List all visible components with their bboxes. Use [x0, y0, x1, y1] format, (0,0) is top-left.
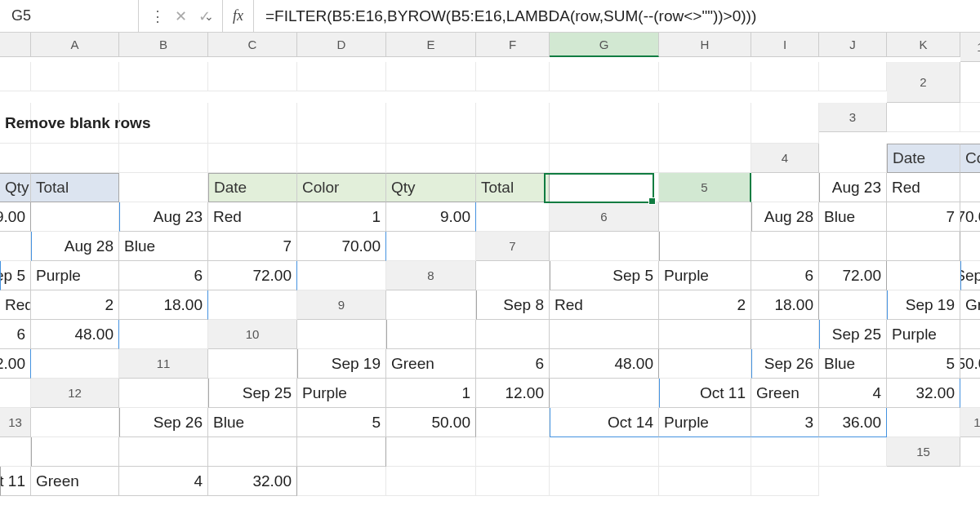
cell[interactable]	[208, 62, 297, 91]
col-H[interactable]: H	[659, 33, 751, 57]
cancel-icon[interactable]: ✕	[175, 7, 187, 25]
cell[interactable]	[31, 62, 119, 91]
cell[interactable]	[819, 290, 887, 320]
cell[interactable]	[751, 62, 819, 91]
cell[interactable]: Purple	[659, 408, 751, 437]
cell[interactable]	[476, 320, 550, 349]
fx-icon[interactable]: fx	[223, 0, 254, 32]
cell[interactable]	[0, 379, 31, 408]
cell[interactable]: 12.00	[476, 379, 550, 408]
cell[interactable]: Purple	[659, 261, 751, 290]
cell[interactable]: Blue	[819, 202, 887, 232]
cell[interactable]	[386, 320, 476, 349]
cell[interactable]: Oct 11	[0, 467, 31, 496]
col-F[interactable]: F	[476, 33, 550, 57]
cell[interactable]: Aug 28	[31, 232, 119, 261]
col-C[interactable]: C	[208, 33, 297, 57]
cell[interactable]	[550, 103, 659, 144]
cell[interactable]: Sep 26	[119, 408, 208, 437]
cell[interactable]	[751, 320, 819, 349]
cell[interactable]: 1	[960, 173, 980, 202]
cell[interactable]: Green	[386, 349, 476, 379]
cell[interactable]	[31, 202, 119, 232]
row-14[interactable]: 14	[960, 408, 980, 437]
row-15[interactable]: 15	[887, 437, 960, 467]
cell[interactable]	[476, 202, 550, 232]
col-A[interactable]: A	[31, 33, 119, 57]
cell[interactable]	[31, 408, 119, 437]
cell[interactable]	[208, 290, 297, 320]
cell[interactable]: 50.00	[960, 349, 980, 379]
cell[interactable]: 5	[297, 408, 386, 437]
table2-header-color[interactable]: Color	[297, 173, 386, 202]
cell[interactable]	[119, 62, 208, 91]
cell[interactable]	[119, 103, 208, 144]
cell[interactable]	[0, 232, 31, 261]
cell[interactable]: 3	[751, 408, 819, 437]
row-11[interactable]: 11	[119, 349, 208, 379]
cell[interactable]	[0, 144, 31, 173]
cell[interactable]	[297, 103, 386, 144]
cell[interactable]	[208, 144, 297, 173]
name-box-wrap[interactable]: ⌄	[0, 0, 139, 32]
cell[interactable]: Red	[887, 173, 960, 202]
cell[interactable]: 72.00	[208, 261, 297, 290]
cell[interactable]	[297, 437, 386, 467]
cell[interactable]	[297, 261, 386, 290]
cell[interactable]	[819, 232, 887, 261]
cell[interactable]	[659, 144, 751, 173]
cell[interactable]	[31, 349, 119, 379]
row-9[interactable]: 9	[297, 290, 386, 320]
cell[interactable]: 7	[887, 202, 960, 232]
cell[interactable]	[386, 62, 476, 91]
cell[interactable]: Blue	[119, 232, 208, 261]
cell[interactable]	[550, 467, 659, 496]
cell[interactable]	[476, 62, 550, 91]
cell[interactable]	[550, 379, 659, 408]
cell[interactable]	[550, 173, 659, 202]
cell[interactable]	[659, 103, 751, 144]
cell[interactable]: 48.00	[550, 349, 659, 379]
cell[interactable]: Sep 5	[550, 261, 659, 290]
cell[interactable]	[119, 379, 208, 408]
cell[interactable]: Purple	[31, 261, 119, 290]
cell[interactable]	[659, 467, 751, 496]
row-12[interactable]: 12	[31, 379, 119, 408]
cell[interactable]: 1	[960, 320, 980, 349]
cell[interactable]: Sep 8	[476, 290, 550, 320]
cell[interactable]	[119, 144, 208, 173]
cell[interactable]: Sep 25	[819, 320, 887, 349]
cell[interactable]	[297, 144, 386, 173]
table1-header-color[interactable]: Color	[960, 144, 980, 173]
cell[interactable]	[659, 62, 751, 91]
row-8[interactable]: 8	[386, 261, 476, 290]
page-title[interactable]: Remove blank rows	[0, 103, 31, 144]
cell[interactable]: Oct 11	[659, 379, 751, 408]
cell[interactable]	[297, 320, 386, 349]
cell[interactable]	[960, 103, 980, 132]
cell[interactable]	[0, 62, 31, 91]
cell[interactable]	[751, 437, 819, 467]
cell[interactable]: 48.00	[31, 320, 119, 349]
cell[interactable]	[960, 437, 980, 467]
cell[interactable]: Aug 23	[819, 173, 887, 202]
cell[interactable]: 70.00	[960, 202, 980, 232]
cell[interactable]	[960, 379, 980, 408]
cell[interactable]: 1	[297, 202, 386, 232]
cell[interactable]: Sep 26	[751, 349, 819, 379]
row-6[interactable]: 6	[550, 202, 659, 232]
cell[interactable]: Green	[751, 379, 819, 408]
table2-header-date[interactable]: Date	[208, 173, 297, 202]
cell[interactable]	[297, 62, 386, 91]
cell[interactable]	[819, 437, 887, 467]
cell[interactable]: Sep 25	[208, 379, 297, 408]
cell[interactable]: 9.00	[386, 202, 476, 232]
cell[interactable]: 6	[0, 320, 31, 349]
cell[interactable]	[550, 62, 659, 91]
table2-header-qty[interactable]: Qty	[386, 173, 476, 202]
cell[interactable]: 4	[819, 379, 887, 408]
cell[interactable]	[751, 173, 819, 202]
table2-header-total[interactable]: Total	[476, 173, 550, 202]
cell[interactable]	[31, 437, 119, 467]
cell[interactable]: Red	[208, 202, 297, 232]
